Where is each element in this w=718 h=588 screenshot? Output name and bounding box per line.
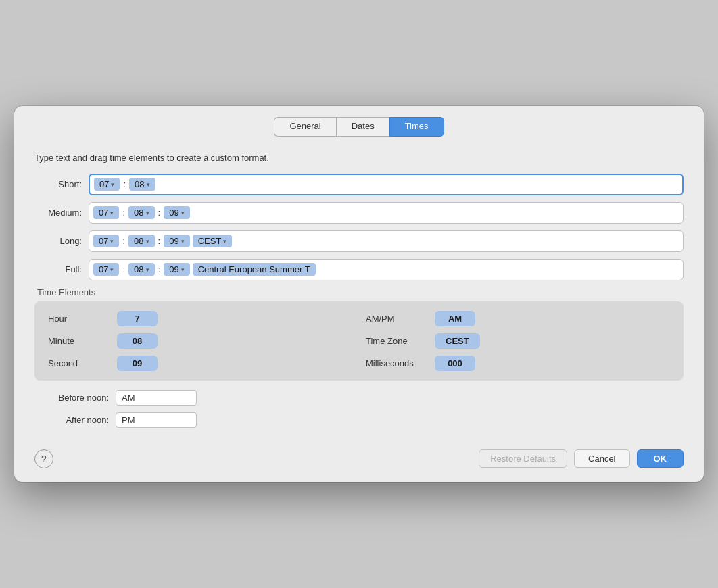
second-element-label: Second [48,358,109,368]
noon-section: Before noon: After noon: [34,390,684,428]
second-element-row: Second 09 [48,356,352,371]
long-timezone-value: CEST [198,236,222,246]
short-format-box[interactable]: 07 ▾ : 08 ▾ [89,174,684,195]
full-timezone-value: Central European Summer T [198,264,310,274]
medium-second-value: 09 [169,207,178,218]
medium-minute-chevron: ▾ [146,210,149,216]
minute-element-label: Minute [48,336,109,346]
timezone-element-row: Time Zone CEST [366,333,670,349]
time-elements-left: Hour 7 Minute 08 Second 09 [48,311,352,371]
full-hour-value: 07 [99,264,108,274]
minute-element-row: Minute 08 [48,333,352,349]
timezone-element-chip[interactable]: CEST [435,333,480,349]
medium-colon-1: : [122,207,126,218]
restore-defaults-button[interactable]: Restore Defaults [479,449,567,468]
short-minute-chip[interactable]: 08 ▾ [129,178,155,191]
main-content: Type text and drag time elements to crea… [14,146,704,441]
dialog: General Dates Times Type text and drag t… [14,106,704,481]
full-timezone-chip[interactable]: Central European Summer T [193,263,316,276]
full-second-value: 09 [169,264,178,274]
ok-button[interactable]: OK [637,449,684,468]
medium-colon-2: : [158,207,162,218]
bottom-bar: ? Restore Defaults Cancel OK [14,441,704,468]
short-colon-1: : [122,179,126,189]
milliseconds-element-label: Milliseconds [366,358,427,368]
medium-second-chip[interactable]: 09 ▾ [164,206,189,219]
long-timezone-chevron: ▾ [223,238,226,245]
full-second-chevron: ▾ [181,266,185,273]
cancel-button[interactable]: Cancel [574,449,629,468]
hour-element-row: Hour 7 [48,311,352,326]
second-element-chip[interactable]: 09 [117,356,158,371]
long-hour-value: 07 [99,236,108,246]
long-second-value: 09 [169,236,178,246]
medium-minute-chip[interactable]: 08 ▾ [128,206,154,219]
tab-general[interactable]: General [274,117,335,136]
short-minute-chevron: ▾ [147,181,150,188]
short-format-row: Short: 07 ▾ : 08 ▾ [34,174,684,195]
milliseconds-element-chip[interactable]: 000 [435,356,475,371]
long-hour-chevron: ▾ [110,238,114,245]
hour-element-label: Hour [48,314,109,324]
after-noon-row: After noon: [34,412,684,428]
medium-minute-value: 08 [134,207,143,218]
description-text: Type text and drag time elements to crea… [34,153,684,163]
long-hour-chip[interactable]: 07 ▾ [93,235,119,247]
time-elements-box: Hour 7 Minute 08 Second 09 AM/PM [34,301,684,381]
hour-element-chip[interactable]: 7 [117,311,158,326]
medium-second-chevron: ▾ [181,210,185,216]
long-timezone-chip[interactable]: CEST ▾ [193,235,233,247]
before-noon-row: Before noon: [34,390,684,406]
full-label: Full: [34,264,89,274]
minute-element-chip[interactable]: 08 [117,333,158,349]
ampm-element-chip[interactable]: AM [435,311,475,326]
short-hour-chip[interactable]: 07 ▾ [94,178,120,191]
full-minute-chevron: ▾ [146,266,149,273]
long-minute-value: 08 [134,236,143,246]
full-colon-2: : [158,264,162,274]
long-format-box[interactable]: 07 ▾ : 08 ▾ : 09 ▾ CEST ▾ [89,230,684,252]
medium-hour-value: 07 [99,207,108,218]
long-label: Long: [34,236,89,246]
long-minute-chip[interactable]: 08 ▾ [128,235,154,247]
before-noon-input[interactable] [116,390,197,406]
short-minute-value: 08 [135,179,144,189]
ampm-element-row: AM/PM AM [366,311,670,326]
full-second-chip[interactable]: 09 ▾ [164,263,189,276]
long-colon-2: : [158,236,162,246]
medium-label: Medium: [34,207,89,218]
full-minute-value: 08 [134,264,143,274]
milliseconds-element-row: Milliseconds 000 [366,356,670,371]
full-minute-chip[interactable]: 08 ▾ [128,263,154,276]
full-hour-chip[interactable]: 07 ▾ [93,263,119,276]
time-elements-section: Time Elements Hour 7 Minute 08 Second 09 [34,287,684,381]
long-second-chip[interactable]: 09 ▾ [164,235,189,247]
time-elements-right: AM/PM AM Time Zone CEST Milliseconds 000 [366,311,670,371]
ampm-element-label: AM/PM [366,314,427,324]
medium-format-box[interactable]: 07 ▾ : 08 ▾ : 09 ▾ [89,202,684,224]
bottom-right-buttons: Restore Defaults Cancel OK [479,449,684,468]
medium-hour-chevron: ▾ [110,210,114,216]
full-format-row: Full: 07 ▾ : 08 ▾ : 09 ▾ Central Europea… [34,259,684,280]
tab-bar: General Dates Times [14,106,704,145]
tab-times[interactable]: Times [389,117,444,136]
full-hour-chevron: ▾ [110,266,114,273]
short-label: Short: [34,179,89,189]
after-noon-input[interactable] [116,412,197,428]
before-noon-label: Before noon: [34,393,116,403]
full-colon-1: : [122,264,126,274]
help-button[interactable]: ? [34,449,53,468]
after-noon-label: After noon: [34,415,116,425]
long-format-row: Long: 07 ▾ : 08 ▾ : 09 ▾ CEST ▾ [34,230,684,252]
time-elements-title: Time Elements [34,287,684,297]
short-hour-value: 07 [99,179,109,189]
short-hour-chevron: ▾ [111,181,114,188]
full-format-box[interactable]: 07 ▾ : 08 ▾ : 09 ▾ Central European Summ… [89,259,684,280]
medium-hour-chip[interactable]: 07 ▾ [93,206,119,219]
long-colon-1: : [122,236,126,246]
medium-format-row: Medium: 07 ▾ : 08 ▾ : 09 ▾ [34,202,684,224]
long-minute-chevron: ▾ [146,238,149,245]
timezone-element-label: Time Zone [366,336,427,346]
tab-dates[interactable]: Dates [336,117,389,136]
long-second-chevron: ▾ [181,238,185,245]
